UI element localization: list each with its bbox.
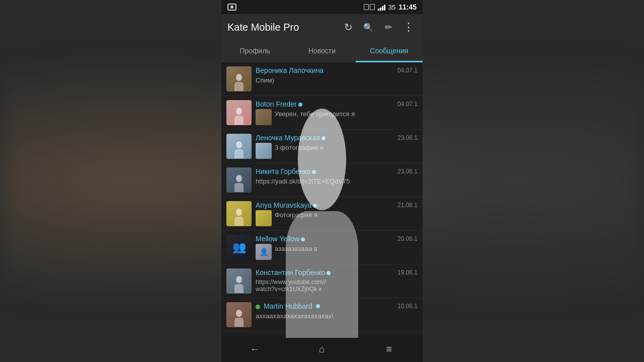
status-bar: 35 11:45 <box>221 0 423 14</box>
msg-text-1: Спим) <box>256 75 274 84</box>
signal-bar-4 <box>384 5 385 11</box>
tab-messages[interactable]: Сообщения <box>356 40 423 62</box>
signal-bar-2 <box>380 8 381 11</box>
sim-icon <box>364 4 375 10</box>
edit-button[interactable]: ✏ <box>380 19 396 35</box>
battery-level: 35 <box>388 4 395 11</box>
msg-content-1: Вероника Лапочкина 04.07.1 Спим) <box>256 66 418 84</box>
more-button[interactable]: ⋮ <box>400 19 417 35</box>
tab-profile[interactable]: Профиль <box>221 40 288 62</box>
msg-header-2: Boton Freder 04.07.1 <box>256 100 418 108</box>
msg-time-5: 21.06.1 <box>397 202 418 209</box>
avatar-2 <box>226 100 252 125</box>
msg-name-1: Вероника Лапочкина <box>256 66 324 74</box>
avatar-1 <box>226 66 252 92</box>
camera-icon <box>227 4 236 11</box>
unread-dot-2 <box>298 103 302 107</box>
msg-name-2: Boton Freder <box>256 100 302 108</box>
avatar-5 <box>226 201 252 226</box>
msg-time-4: 23.06.1 <box>397 168 418 175</box>
message-item-1[interactable]: Вероника Лапочкина 04.07.1 Спим) <box>221 62 423 96</box>
app-title: Kate Mobile Pro <box>227 22 336 33</box>
signal-bars <box>378 4 385 11</box>
msg-preview-2: Уверен, тебе пригодится я <box>256 109 418 125</box>
msg-time-7: 19.06.1 <box>397 269 418 276</box>
msg-time-2: 04.07.1 <box>397 101 418 108</box>
tab-bar: Профиль Новости Сообщения <box>221 40 423 62</box>
status-right: 35 11:45 <box>364 3 417 11</box>
avatar-3 <box>226 134 252 159</box>
avatar-6: 👥 <box>226 235 252 260</box>
avatar-4 <box>226 167 252 193</box>
signal-bar-3 <box>382 6 383 11</box>
time-display: 11:45 <box>398 3 417 11</box>
refresh-button[interactable]: ↻ <box>340 19 356 35</box>
signal-bar-1 <box>378 9 379 11</box>
back-icon: ← <box>250 343 260 355</box>
sim-box <box>364 4 369 10</box>
msg-time-6: 20.06.1 <box>397 235 418 242</box>
sim-box-2 <box>370 4 375 10</box>
avatar-7 <box>226 268 252 294</box>
msg-time-8: 10.06.1 <box>397 303 418 310</box>
menu-icon: ≡ <box>386 343 392 355</box>
messages-list: Вероника Лапочкина 04.07.1 Спим) Boto <box>221 62 423 336</box>
msg-preview-1: Спим) <box>256 75 418 84</box>
message-item-2[interactable]: Boton Freder 04.07.1 Уверен, тебе пригод… <box>221 96 423 130</box>
msg-time-3: 23.06.1 <box>397 134 418 141</box>
phone-frame: 35 11:45 Kate Mobile Pro ↻ 🔍 ✏ ⋮ Профиль… <box>221 0 423 362</box>
msg-thumb-2 <box>256 109 272 125</box>
status-left <box>227 4 236 11</box>
search-button[interactable]: 🔍 <box>360 19 376 35</box>
msg-header-1: Вероника Лапочкина 04.07.1 <box>256 66 418 74</box>
online-dot-8 <box>256 305 260 309</box>
msg-content-2: Boton Freder 04.07.1 Уверен, тебе пригод… <box>256 100 418 125</box>
avatar-8 <box>226 302 252 327</box>
tab-news[interactable]: Новости <box>288 40 355 62</box>
msg-time-1: 04.07.1 <box>397 67 418 74</box>
app-bar: Kate Mobile Pro ↻ 🔍 ✏ ⋮ <box>221 14 423 40</box>
